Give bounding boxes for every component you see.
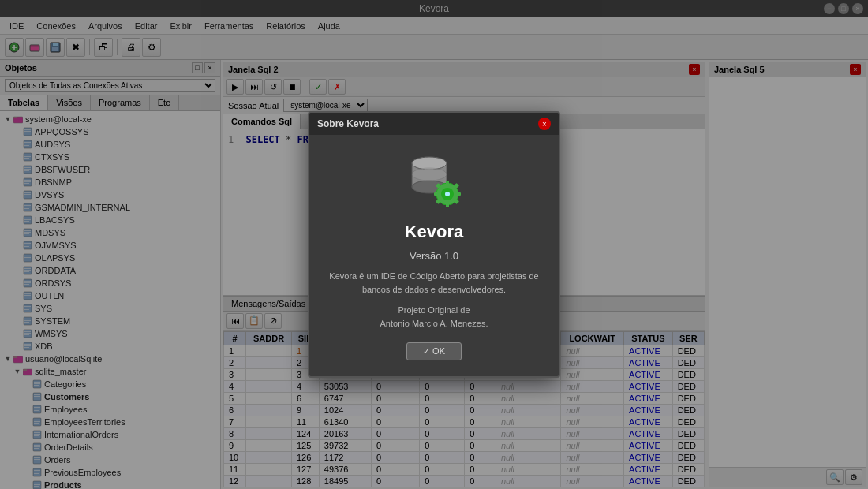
about-version: Versão 1.0	[410, 250, 458, 262]
about-app-icon	[402, 151, 466, 214]
about-app-name: Kevora	[405, 222, 464, 242]
about-description: Kevora é um IDE de Código Aberto para pr…	[325, 270, 543, 296]
about-close-button[interactable]: ×	[538, 118, 551, 130]
about-ok-button[interactable]: ✓ OK	[406, 342, 462, 360]
svg-point-135	[412, 168, 447, 181]
svg-rect-139	[446, 181, 449, 186]
about-project: Projeto Original de Antonio Marcio A. Me…	[380, 304, 488, 330]
about-body: Kevora Versão 1.0 Kevora é um IDE de Cód…	[309, 135, 559, 376]
svg-rect-141	[434, 192, 440, 196]
svg-point-138	[445, 192, 450, 196]
about-overlay: Sobre Kevora ×	[0, 0, 868, 489]
about-dialog: Sobre Kevora ×	[308, 111, 560, 378]
svg-rect-140	[446, 202, 449, 207]
svg-rect-142	[455, 192, 461, 196]
svg-point-134	[412, 157, 447, 170]
about-title: Sobre Kevora	[317, 118, 379, 129]
about-header: Sobre Kevora ×	[309, 113, 559, 135]
